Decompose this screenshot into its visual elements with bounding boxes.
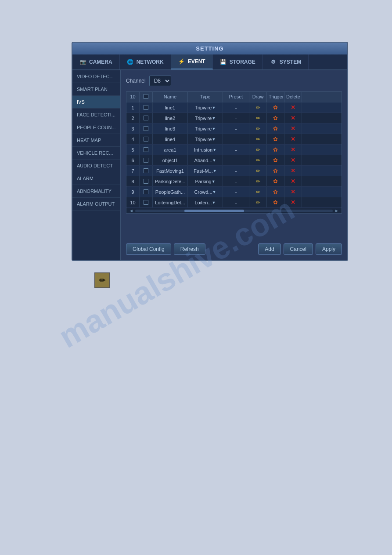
sidebar-item-ivs[interactable]: IVS	[72, 96, 120, 109]
row-enable[interactable]	[140, 102, 153, 112]
row-enable[interactable]	[140, 176, 153, 186]
row-draw[interactable]: ✏	[249, 134, 267, 144]
pencil-icon-container: ✏	[94, 272, 110, 288]
sidebar-item-face-detect[interactable]: FACE DETECTI...	[72, 109, 120, 121]
tab-camera[interactable]: 📷 CAMERA	[72, 54, 120, 69]
tab-storage[interactable]: 💾 STORAGE	[213, 54, 263, 69]
row-draw[interactable]: ✏	[249, 123, 267, 134]
row-delete[interactable]: ✕	[284, 155, 302, 165]
row-preset: -	[223, 102, 249, 112]
cancel-button[interactable]: Cancel	[284, 243, 313, 255]
row-trigger[interactable]: ✿	[267, 102, 284, 112]
scroll-track[interactable]	[135, 210, 333, 212]
th-type: Type	[188, 92, 223, 102]
sidebar-item-people-count[interactable]: PEOPLE COUN...	[72, 121, 120, 134]
row-trigger[interactable]: ✿	[267, 123, 284, 134]
row-delete[interactable]: ✕	[284, 145, 302, 155]
row-delete[interactable]: ✕	[284, 134, 302, 144]
ivs-table: 10 Name Type Preset Draw Trigger Delete …	[126, 91, 342, 214]
sidebar-item-alarm-output[interactable]: ALARM OUTPUT	[72, 198, 120, 210]
row-name: LoiteringDet...	[153, 197, 188, 207]
row-enable[interactable]	[140, 123, 153, 134]
horizontal-scrollbar[interactable]: ◄ ►	[126, 208, 342, 213]
row-type: Parking ▼	[188, 176, 223, 186]
row-trigger[interactable]: ✿	[267, 197, 284, 207]
enable-checkbox[interactable]	[144, 116, 148, 120]
sidebar-item-alarm[interactable]: ALARM	[72, 172, 120, 185]
row-draw[interactable]: ✏	[249, 197, 267, 207]
row-delete[interactable]: ✕	[284, 123, 302, 134]
enable-checkbox[interactable]	[144, 168, 148, 173]
enable-checkbox[interactable]	[144, 200, 148, 205]
row-num: 6	[126, 155, 140, 165]
row-enable[interactable]	[140, 166, 153, 176]
row-draw[interactable]: ✏	[249, 145, 267, 155]
sidebar-item-abnormality[interactable]: ABNORMALITY	[72, 185, 120, 198]
row-draw[interactable]: ✏	[249, 166, 267, 176]
enable-checkbox[interactable]	[144, 126, 148, 131]
th-trigger: Trigger	[267, 92, 284, 102]
tab-network[interactable]: 🌐 NETWORK	[120, 54, 171, 69]
row-preset: -	[223, 134, 249, 144]
row-draw[interactable]: ✏	[249, 113, 267, 123]
global-config-button[interactable]: Global Config	[126, 243, 171, 255]
row-delete[interactable]: ✕	[284, 102, 302, 112]
row-enable[interactable]	[140, 145, 153, 155]
apply-button[interactable]: Apply	[316, 243, 342, 255]
row-trigger[interactable]: ✿	[267, 145, 284, 155]
row-draw[interactable]: ✏	[249, 155, 267, 165]
table-row: 5 area1 Intrusion ▼ - ✏ ✿ ✕	[126, 145, 342, 155]
tab-system[interactable]: ⚙ SYSTEM	[263, 54, 309, 69]
row-enable[interactable]	[140, 134, 153, 144]
row-delete[interactable]: ✕	[284, 197, 302, 207]
enable-checkbox[interactable]	[144, 147, 148, 152]
enable-checkbox[interactable]	[144, 189, 148, 194]
row-enable[interactable]	[140, 113, 153, 123]
scroll-thumb[interactable]	[184, 210, 244, 212]
row-trigger[interactable]: ✿	[267, 113, 284, 123]
row-trigger[interactable]: ✿	[267, 187, 284, 197]
row-trigger[interactable]: ✿	[267, 166, 284, 176]
sidebar-item-vehicle-rec[interactable]: VEHICLE REC...	[72, 147, 120, 160]
row-num: 7	[126, 166, 140, 176]
table-row: 6 object1 Aband... ▼ - ✏ ✿ ✕	[126, 155, 342, 166]
camera-icon: 📷	[79, 58, 86, 65]
enable-checkbox[interactable]	[144, 137, 148, 141]
row-type: Loiteri... ▼	[188, 197, 223, 207]
scroll-right-button[interactable]: ►	[334, 208, 340, 213]
tab-event[interactable]: ⚡ EVENT	[171, 54, 213, 69]
sidebar-item-heat-map[interactable]: HEAT MAP	[72, 134, 120, 147]
sidebar-item-smart-plan[interactable]: SMART PLAN	[72, 83, 120, 96]
row-trigger[interactable]: ✿	[267, 155, 284, 165]
row-enable[interactable]	[140, 197, 153, 207]
row-trigger[interactable]: ✿	[267, 176, 284, 186]
refresh-button[interactable]: Refresh	[174, 243, 205, 255]
sidebar-item-audio-detect[interactable]: AUDIO DETECT	[72, 160, 120, 172]
enable-checkbox[interactable]	[144, 179, 148, 184]
row-enable[interactable]	[140, 187, 153, 197]
scroll-left-button[interactable]: ◄	[128, 208, 134, 213]
row-trigger[interactable]: ✿	[267, 134, 284, 144]
row-delete[interactable]: ✕	[284, 113, 302, 123]
row-draw[interactable]: ✏	[249, 187, 267, 197]
enable-checkbox[interactable]	[144, 158, 148, 163]
btn-group-left: Global Config Refresh	[126, 243, 205, 255]
table-row: 4 line4 Tripwire ▼ - ✏ ✿ ✕	[126, 134, 342, 145]
row-draw[interactable]: ✏	[249, 176, 267, 186]
row-type: Crowd... ▼	[188, 187, 223, 197]
add-button[interactable]: Add	[258, 243, 281, 255]
row-delete[interactable]: ✕	[284, 176, 302, 186]
enable-all-checkbox[interactable]	[144, 94, 148, 99]
enable-checkbox[interactable]	[144, 105, 148, 110]
row-enable[interactable]	[140, 155, 153, 165]
content-area: VIDEO DETEC... SMART PLAN IVS FACE DETEC…	[72, 70, 347, 260]
th-enable	[140, 92, 153, 102]
channel-select[interactable]: D8 D1 D2 D3 D4 D5 D6 D7 D9	[149, 76, 171, 86]
row-preset: -	[223, 123, 249, 134]
event-icon: ⚡	[178, 58, 185, 65]
row-draw[interactable]: ✏	[249, 102, 267, 112]
sidebar-item-video-detect[interactable]: VIDEO DETEC...	[72, 70, 120, 83]
row-delete[interactable]: ✕	[284, 187, 302, 197]
row-delete[interactable]: ✕	[284, 166, 302, 176]
main-window: SETTING 📷 CAMERA 🌐 NETWORK ⚡ EVENT 💾 STO…	[72, 42, 348, 261]
